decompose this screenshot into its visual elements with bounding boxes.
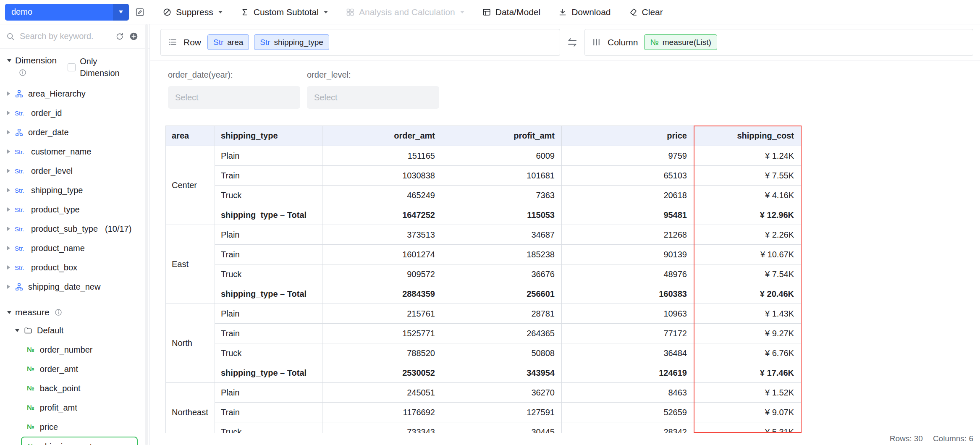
- number-type-icon: №: [27, 423, 34, 431]
- only-dimension-label: Only Dimension: [80, 55, 124, 79]
- area-group-cell: Center: [166, 146, 215, 225]
- sidebar: Dimension Only Dimension area_HierarchyS…: [0, 24, 150, 445]
- tool-suppress[interactable]: Suppress: [162, 7, 223, 17]
- clear-icon: [629, 8, 638, 17]
- filter-select[interactable]: Select: [307, 86, 439, 109]
- shipping-type-cell: Truck: [215, 422, 322, 433]
- swap-axes-icon[interactable]: [567, 37, 578, 48]
- tool-clear[interactable]: Clear: [629, 7, 663, 17]
- dataset-selector[interactable]: demo: [5, 4, 129, 21]
- status-rows: Rows: 30: [890, 434, 923, 443]
- search-input[interactable]: [20, 31, 110, 41]
- value-cell-order-amt: 1647252: [322, 205, 442, 225]
- tool-label: Analysis and Calculation: [359, 7, 455, 17]
- field-pill-measure-list[interactable]: №measure(List): [644, 34, 717, 50]
- value-cell-profit-amt: 185238: [442, 245, 562, 264]
- expand-icon[interactable]: [7, 227, 10, 231]
- field-pill-area[interactable]: Strarea: [207, 34, 249, 50]
- dimension-name: product_box: [31, 263, 77, 272]
- info-icon: [18, 68, 57, 77]
- string-type-icon: Str.: [15, 110, 26, 117]
- dimension-item-shipping-date-new[interactable]: shipping_date_new: [0, 277, 149, 296]
- shipping-type-cell: Plain: [215, 383, 322, 403]
- filter-label: order_level:: [307, 70, 439, 80]
- string-type-icon: Str.: [15, 206, 26, 213]
- dimension-item-customer-name[interactable]: Str.customer_name: [0, 142, 149, 161]
- column-shelf[interactable]: Column №measure(List): [584, 29, 973, 56]
- edit-icon[interactable]: [135, 7, 145, 17]
- dimension-name: customer_name: [31, 147, 91, 157]
- table-row: NorthPlain2157612878110963¥ 1.43K: [166, 304, 801, 324]
- field-pill-shipping-type[interactable]: Strshipping_type: [254, 34, 329, 50]
- dimension-item-product-sub-type[interactable]: Str.product_sub_type(10/17): [0, 219, 149, 238]
- measure-folder-default[interactable]: Default: [0, 321, 149, 340]
- expand-icon[interactable]: [7, 188, 10, 192]
- dimension-name: order_date: [28, 128, 69, 137]
- tool-label: Data/Model: [495, 7, 540, 17]
- dimension-item-area-hierarchy[interactable]: area_Hierarchy: [0, 84, 149, 103]
- pivot-table-grid: areashipping_typeorder_amtprofit_amtpric…: [165, 126, 801, 433]
- tool-download[interactable]: Download: [558, 7, 611, 17]
- info-icon: [54, 308, 63, 317]
- refresh-icon[interactable]: [115, 32, 124, 41]
- dimension-item-order-date[interactable]: order_date: [0, 123, 149, 142]
- tool-data-model[interactable]: Data/Model: [482, 7, 540, 17]
- pill-field-name: area: [227, 38, 243, 47]
- value-cell-price: 20618: [562, 186, 694, 205]
- collapse-dimension-icon[interactable]: [7, 59, 11, 62]
- dimension-item-product-type[interactable]: Str.product_type: [0, 200, 149, 219]
- sidebar-scrollbar[interactable]: [145, 24, 148, 445]
- only-dimension-checkbox[interactable]: Only Dimension: [68, 55, 124, 79]
- string-type-icon: Str.: [15, 225, 26, 233]
- table-row: EastPlain3735133468721268¥ 2.26K: [166, 225, 801, 245]
- add-icon[interactable]: [129, 31, 139, 41]
- table-row: Truck7333433044528342¥ 5.31K: [166, 422, 801, 433]
- area-group-cell: North: [166, 304, 215, 383]
- value-cell-shipping-cost: ¥ 2.26K: [694, 225, 801, 245]
- expand-icon[interactable]: [7, 130, 10, 134]
- dimension-item-shipping-type[interactable]: Str.shipping_type: [0, 181, 149, 200]
- measure-item-shipping-cost[interactable]: №shipping_cost: [21, 437, 138, 445]
- filter-select[interactable]: Select: [168, 86, 300, 109]
- expand-icon[interactable]: [7, 92, 10, 96]
- measure-item-profit-amt[interactable]: №profit_amt: [0, 398, 149, 417]
- expand-icon[interactable]: [7, 207, 10, 212]
- expand-icon[interactable]: [7, 169, 10, 173]
- checkbox-icon[interactable]: [68, 63, 76, 71]
- column-shelf-label: Column: [608, 37, 638, 47]
- measure-name: order_number: [40, 345, 93, 355]
- shipping-type-cell: shipping_type – Total: [215, 205, 322, 225]
- number-type-icon: №: [27, 346, 34, 353]
- measure-item-price[interactable]: №price: [0, 417, 149, 437]
- table-header-row: areashipping_typeorder_amtprofit_amtpric…: [166, 126, 801, 146]
- dimension-item-order-level[interactable]: Str.order_level: [0, 161, 149, 181]
- measure-item-back-point[interactable]: №back_point: [0, 379, 149, 398]
- expand-icon[interactable]: [7, 265, 10, 270]
- tool-custom-subtotal[interactable]: Custom Subtotal: [240, 7, 328, 17]
- measure-section-header: measure: [0, 296, 149, 321]
- value-cell-profit-amt: 36676: [442, 264, 562, 284]
- measure-item-order-amt[interactable]: №order_amt: [0, 359, 149, 379]
- dimension-item-product-name[interactable]: Str.product_name: [0, 238, 149, 258]
- dimension-item-order-id[interactable]: Str.order_id: [0, 103, 149, 123]
- row-shelf[interactable]: Row StrareaStrshipping_type: [160, 29, 560, 56]
- expand-icon[interactable]: [7, 149, 10, 154]
- folder-icon: [24, 326, 33, 335]
- pivot-table: areashipping_typeorder_amtprofit_amtpric…: [165, 126, 802, 433]
- expand-icon[interactable]: [7, 285, 10, 289]
- collapse-folder-icon[interactable]: [15, 329, 19, 332]
- value-cell-shipping-cost: ¥ 1.24K: [694, 146, 801, 166]
- value-cell-price: 77172: [562, 324, 694, 343]
- expand-icon[interactable]: [7, 246, 10, 250]
- value-cell-profit-amt: 256601: [442, 284, 562, 304]
- value-cell-price: 90139: [562, 245, 694, 264]
- value-cell-order-amt: 1030838: [322, 166, 442, 186]
- shipping-type-cell: Plain: [215, 146, 322, 166]
- chevron-down-icon: [218, 11, 223, 13]
- dimension-item-product-box[interactable]: Str.product_box: [0, 258, 149, 277]
- collapse-measure-icon[interactable]: [7, 311, 11, 314]
- measure-item-order-number[interactable]: №order_number: [0, 340, 149, 359]
- expand-icon[interactable]: [7, 111, 10, 115]
- value-cell-price: 28342: [562, 422, 694, 433]
- table-row: shipping_type – Total164725211505395481¥…: [166, 205, 801, 225]
